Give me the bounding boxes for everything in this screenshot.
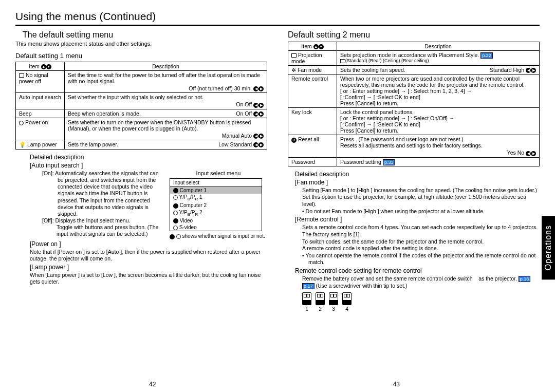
remote-shape-3 bbox=[329, 292, 338, 305]
remote-warn: You cannot operate the remote control if… bbox=[305, 252, 535, 266]
r1-desc: Sets projection mode in accordance with … bbox=[340, 52, 479, 58]
menu2-title: Default setting 2 menu bbox=[288, 30, 540, 40]
right-icon: ▶ bbox=[531, 68, 536, 73]
bullet-empty-icon bbox=[173, 195, 178, 200]
bullet-empty-icon bbox=[173, 226, 178, 230]
up-icon: ▲ bbox=[41, 64, 46, 69]
std-icon bbox=[340, 59, 345, 63]
r4-desc: Lock the control panel buttons. bbox=[340, 109, 536, 115]
input1: Computer 1 bbox=[180, 188, 207, 193]
r3-step2: [ :Confirm] → [ :Select OK to end] bbox=[340, 94, 536, 100]
page-number-right: 43 bbox=[393, 381, 400, 388]
settings-table-2: Item ▲▼ Description Projection mode Sets… bbox=[288, 42, 540, 166]
r6-desc: Password setting bbox=[340, 159, 381, 165]
poweron-text: Note that if [Power on ] is set to [Auto… bbox=[30, 249, 267, 263]
title-rule bbox=[15, 25, 540, 26]
r4-item: Key lock bbox=[288, 108, 337, 135]
input2: Y/PB/PR 1 bbox=[179, 194, 202, 200]
pref-p16: p.16 bbox=[519, 276, 531, 282]
projection-icon bbox=[291, 53, 297, 58]
r6-item: Password bbox=[288, 157, 337, 166]
off-text: Displays the Input select menu. bbox=[55, 217, 131, 223]
r5-desc: Sets the lamp power. bbox=[68, 141, 118, 147]
r2-opt: Standard High bbox=[490, 67, 524, 73]
remote-shape-4 bbox=[342, 292, 351, 305]
r2-opt: On Off bbox=[236, 101, 252, 107]
on-text: Automatically searches the signals that … bbox=[55, 170, 158, 217]
rc-setting-label: Remote control code setting for remote c… bbox=[295, 267, 540, 274]
fan-warn: Do not set Fan mode to [High ] when usin… bbox=[306, 208, 485, 214]
left-column: The default setting menu This menu shows… bbox=[15, 30, 267, 312]
remote-label: [Remote control ] bbox=[295, 216, 540, 223]
intro-text: This menu shows placement status and oth… bbox=[15, 41, 267, 47]
col-desc: Description bbox=[65, 62, 267, 71]
default-setting-subtitle: The default setting menu bbox=[23, 30, 267, 40]
r3-item: Remote control bbox=[288, 74, 337, 108]
left-icon: ◀ bbox=[526, 68, 531, 73]
off-label: [Off]: bbox=[42, 217, 54, 223]
input4: Y/PB/PR 2 bbox=[179, 210, 202, 215]
lamp-label: [Lamp power ] bbox=[30, 264, 267, 271]
auto-input-label: [Auto input search ] bbox=[30, 162, 267, 169]
r3-step1: [ or : Enter setting mode] → [ : Select … bbox=[340, 88, 536, 94]
input6: S-video bbox=[179, 225, 197, 230]
bullet-empty-icon bbox=[173, 211, 178, 215]
settings-table-1: Item ▲▼ Description No signal power off … bbox=[15, 62, 267, 150]
r1-opt: Off (not turned off) 30 min. bbox=[189, 85, 252, 91]
page-main-title: Using the menus (Continued) bbox=[15, 10, 540, 23]
lamp-text: When [Lamp power ] is set to [Low ], the… bbox=[30, 272, 267, 286]
rc-num-2: 2 bbox=[319, 306, 322, 312]
r4-item: Power on bbox=[25, 119, 48, 125]
input3: Computer 2 bbox=[180, 202, 207, 208]
r4-step2: [ :Confirm] → [ :Select OK to end] bbox=[340, 121, 536, 127]
pref-p22: p.22 bbox=[480, 52, 493, 59]
down-icon: ▼ bbox=[46, 64, 51, 69]
left-icon: ◀ bbox=[253, 134, 258, 139]
r2-item: Fan mode bbox=[298, 67, 322, 73]
reset-icon: ↺ bbox=[291, 138, 297, 143]
left-icon: ◀ bbox=[253, 111, 258, 117]
r3-step3: Press [Cancel] to return. bbox=[340, 100, 536, 106]
r5-desc: Press . (The password and user logo are … bbox=[340, 136, 536, 142]
bullet-icon bbox=[173, 203, 178, 209]
detailed-desc-heading: Detailed description bbox=[30, 154, 267, 161]
r2-desc: Sets the cooling fan speed. bbox=[340, 67, 405, 73]
pref-p33: p.33 bbox=[383, 159, 395, 165]
r3-desc: When two or more projectors are used and… bbox=[340, 76, 536, 88]
remote-text3: A remote control code is applied after t… bbox=[302, 245, 540, 252]
left-icon: ◀ bbox=[253, 142, 258, 147]
left-icon: ◀ bbox=[526, 151, 531, 156]
input-box-title: Input select bbox=[170, 179, 262, 187]
on-label: [On]: bbox=[42, 170, 54, 176]
page-number-left: 42 bbox=[149, 381, 156, 388]
input-select-box: Input select Computer 1 Y/PB/PR 1 Comput… bbox=[170, 178, 262, 231]
r2-desc: Set whether the input with signals is on… bbox=[68, 94, 203, 100]
col-item: Item bbox=[29, 63, 39, 69]
right-icon: ▶ bbox=[258, 111, 264, 117]
toggle-text: Toggle with buttons and press button. (T… bbox=[57, 224, 158, 237]
r1-desc: Set the time to wait for the power to be… bbox=[68, 72, 260, 84]
input-menu-title: Input select menu bbox=[170, 170, 267, 176]
left-icon: ◀ bbox=[253, 86, 258, 91]
menu1-title: Default setting 1 menu bbox=[15, 52, 267, 60]
up-icon: ▲ bbox=[313, 44, 319, 49]
remote-shape-2 bbox=[316, 292, 325, 305]
remote-text1: Sets a remote control code from 4 types.… bbox=[302, 224, 540, 238]
down-icon: ▼ bbox=[319, 44, 324, 49]
rc-num-1: 1 bbox=[305, 306, 308, 312]
right-icon: ▶ bbox=[258, 86, 264, 91]
r1-opt: (Standard) (Rear) (Ceiling) (Rear ceilin… bbox=[345, 58, 429, 63]
rc-num-4: 4 bbox=[345, 306, 348, 312]
r4-step3: Press [Cancel] to return. bbox=[340, 127, 536, 134]
r4-desc: Sets whether to turn on the power when t… bbox=[68, 119, 251, 132]
r4-opt: Manual Auto bbox=[222, 133, 252, 139]
rc-num-3: 3 bbox=[332, 306, 335, 312]
fan-label: [Fan mode ] bbox=[295, 179, 540, 186]
side-tab-operations: Operations bbox=[542, 216, 555, 279]
bullet-empty-icon bbox=[176, 234, 181, 239]
r2-item: Auto input search bbox=[16, 93, 65, 109]
lamp-icon: 💡 bbox=[19, 141, 26, 147]
r5-item: Lamp power bbox=[27, 141, 57, 147]
r4-step1: [ or : Enter setting mode] → [ : Select … bbox=[340, 115, 536, 121]
rc-setting-text: Remove the battery cover and set the sam… bbox=[302, 275, 519, 282]
